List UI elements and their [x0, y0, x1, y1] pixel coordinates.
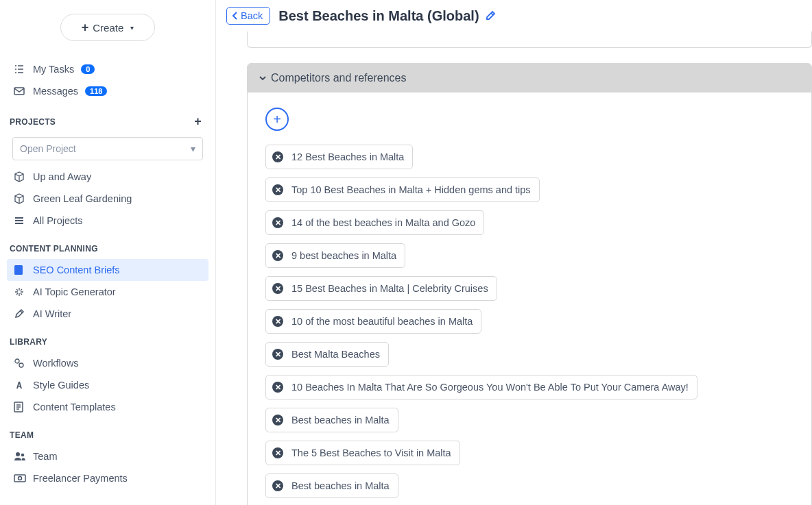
nav-label: Content Templates [33, 402, 116, 412]
competitor-title: The 5 Best Beaches to Visit in Malta [291, 447, 451, 458]
remove-icon[interactable]: ✕ [272, 283, 283, 294]
chevron-down-icon [259, 74, 267, 82]
section-title: PROJECTS [10, 117, 56, 127]
competitor-item[interactable]: ✕14 of the best beaches in Malta and Goz… [265, 210, 484, 235]
svg-point-3 [19, 363, 23, 367]
nav-ai-writer[interactable]: AI Writer [7, 303, 208, 325]
competitor-title: 10 of the most beautiful beaches in Malt… [291, 316, 473, 327]
nav-workflows[interactable]: Workflows [7, 352, 208, 374]
svg-rect-1 [14, 265, 23, 275]
svg-point-8 [19, 477, 22, 480]
nav-style-guides[interactable]: Style Guides [7, 374, 208, 396]
remove-icon[interactable]: ✕ [272, 382, 283, 393]
add-project-icon[interactable]: + [194, 114, 202, 129]
remove-icon[interactable]: ✕ [272, 480, 283, 491]
remove-icon[interactable]: ✕ [272, 217, 283, 228]
nav-label: SEO Content Briefs [33, 264, 120, 275]
project-item-all[interactable]: All Projects [7, 210, 208, 232]
section-title: TEAM [10, 430, 34, 440]
remove-icon[interactable]: ✕ [272, 349, 283, 360]
competitors-panel-header[interactable]: Competitors and references [248, 64, 811, 93]
nav-freelancer-payments[interactable]: Freelancer Payments [7, 467, 208, 489]
remove-icon[interactable]: ✕ [272, 250, 283, 261]
section-header-content-planning: CONTENT PLANNING [7, 232, 208, 259]
remove-icon[interactable]: ✕ [272, 316, 283, 327]
competitor-item[interactable]: ✕15 Best Beaches in Malta | Celebrity Cr… [265, 276, 497, 301]
create-button[interactable]: + Create ▾ [60, 14, 156, 41]
competitor-item[interactable]: ✕10 Beaches In Malta That Are So Gorgeou… [265, 375, 697, 399]
nav-label: Freelancer Payments [33, 473, 128, 484]
project-label: All Projects [33, 215, 83, 226]
nav-label: Messages [33, 86, 78, 97]
competitors-panel: Competitors and references + ✕12 Best Be… [247, 63, 812, 505]
section-header-projects: PROJECTS + [7, 102, 208, 134]
cash-icon [14, 474, 26, 482]
competitor-item[interactable]: ✕12 Best Beaches in Malta [265, 145, 413, 169]
people-icon [14, 452, 26, 461]
open-project-select[interactable]: Open Project ▾ [12, 137, 203, 160]
add-competitor-button[interactable]: + [265, 108, 289, 131]
remove-icon[interactable]: ✕ [272, 415, 283, 426]
competitor-item[interactable]: ✕10 of the most beautiful beaches in Mal… [265, 309, 481, 334]
project-label: Green Leaf Gardening [33, 193, 132, 204]
competitor-title: 12 Best Beaches in Malta [291, 151, 404, 162]
competitors-panel-body: + ✕12 Best Beaches in Malta✕Top 10 Best … [248, 93, 811, 505]
edit-title-icon[interactable] [485, 10, 496, 21]
nav-label: Workflows [33, 358, 79, 369]
nav-label: My Tasks [33, 64, 74, 75]
envelope-icon [14, 87, 26, 95]
competitor-list: ✕12 Best Beaches in Malta✕Top 10 Best Be… [265, 145, 793, 505]
project-item-up-and-away[interactable]: Up and Away [7, 166, 208, 188]
competitor-item[interactable]: ✕9 best beaches in Malta [265, 243, 405, 268]
competitor-title: Best beaches in Malta [291, 415, 390, 426]
svg-rect-0 [14, 88, 24, 95]
tasks-count-badge: 0 [81, 64, 95, 74]
select-placeholder: Open Project [20, 143, 76, 154]
svg-point-2 [15, 359, 19, 363]
nav-label: AI Topic Generator [33, 286, 116, 297]
competitor-title: 15 Best Beaches in Malta | Celebrity Cru… [291, 283, 488, 294]
page-title: Best Beaches in Malta (Global) [278, 8, 479, 24]
nav-my-tasks[interactable]: My Tasks 0 [7, 58, 208, 80]
nav-messages[interactable]: Messages 118 [7, 80, 208, 102]
competitor-item[interactable]: ✕The 5 Best Beaches to Visit in Malta [265, 441, 460, 465]
competitor-title: 9 best beaches in Malta [291, 250, 396, 261]
competitor-item[interactable]: ✕Best beaches in Malta [265, 408, 398, 432]
nav-content-templates[interactable]: Content Templates [7, 396, 208, 418]
main-content: Back Best Beaches in Malta (Global) Comp… [216, 0, 812, 505]
box-icon [14, 171, 26, 182]
remove-icon[interactable]: ✕ [272, 151, 283, 162]
plus-icon: + [273, 112, 281, 127]
sidebar: + Create ▾ My Tasks 0 Messages 118 PROJE… [0, 0, 216, 505]
competitor-item[interactable]: ✕Best beaches in Malta [265, 473, 398, 498]
panel-title: Competitors and references [271, 72, 406, 84]
project-item-green-leaf[interactable]: Green Leaf Gardening [7, 188, 208, 210]
competitor-title: Best Malta Beaches [291, 349, 380, 360]
messages-count-badge: 118 [85, 86, 107, 96]
section-header-team: TEAM [7, 418, 208, 445]
pen-icon [14, 308, 26, 319]
remove-icon[interactable]: ✕ [272, 184, 283, 195]
font-icon [14, 380, 26, 391]
back-button[interactable]: Back [226, 7, 270, 25]
template-icon [14, 402, 26, 412]
svg-rect-7 [14, 475, 25, 482]
nav-seo-content-briefs[interactable]: SEO Content Briefs [7, 259, 208, 281]
competitor-title: 10 Beaches In Malta That Are So Gorgeous… [291, 382, 689, 393]
nav-ai-topic-generator[interactable]: AI Topic Generator [7, 281, 208, 303]
project-label: Up and Away [33, 171, 91, 182]
svg-point-6 [21, 454, 25, 457]
competitor-item[interactable]: ✕Best Malta Beaches [265, 342, 389, 367]
competitor-title: 14 of the best beaches in Malta and Gozo [291, 217, 475, 228]
back-label: Back [241, 10, 263, 21]
competitor-title: Best beaches in Malta [291, 480, 390, 491]
remove-icon[interactable]: ✕ [272, 447, 283, 458]
competitor-item[interactable]: ✕Top 10 Best Beaches in Malta + Hidden g… [265, 177, 540, 202]
nav-label: Team [33, 451, 57, 462]
nav-label: Style Guides [33, 380, 89, 391]
svg-point-5 [16, 452, 20, 456]
tasks-icon [14, 64, 26, 75]
section-header-library: LIBRARY [7, 325, 208, 352]
competitor-title: Top 10 Best Beaches in Malta + Hidden ge… [291, 184, 531, 195]
nav-team[interactable]: Team [7, 445, 208, 467]
